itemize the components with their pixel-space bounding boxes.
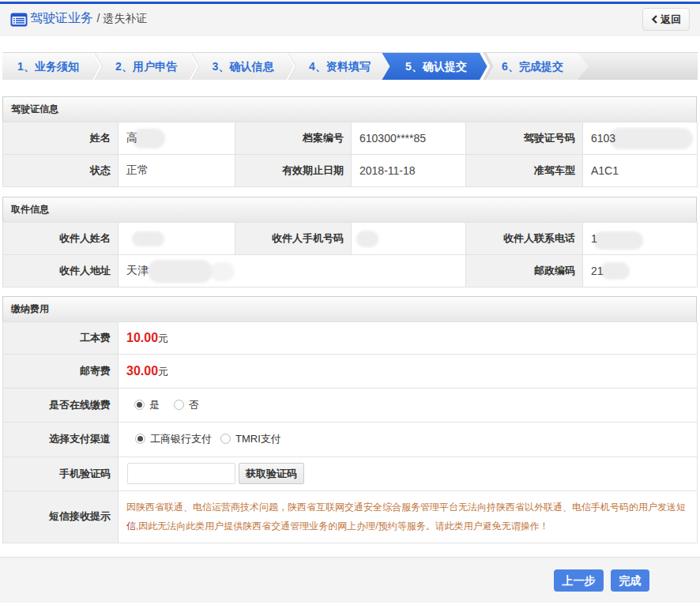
svg-text:4、资料填写: 4、资料填写 xyxy=(309,60,371,73)
svg-text:5、确认提交: 5、确认提交 xyxy=(405,60,467,73)
svg-text:1、业务须知: 1、业务须知 xyxy=(17,60,79,73)
svg-text:2、用户申告: 2、用户申告 xyxy=(115,60,178,73)
svg-text:6、完成提交: 6、完成提交 xyxy=(502,60,563,73)
svg-text:3、确认信息: 3、确认信息 xyxy=(213,60,275,73)
